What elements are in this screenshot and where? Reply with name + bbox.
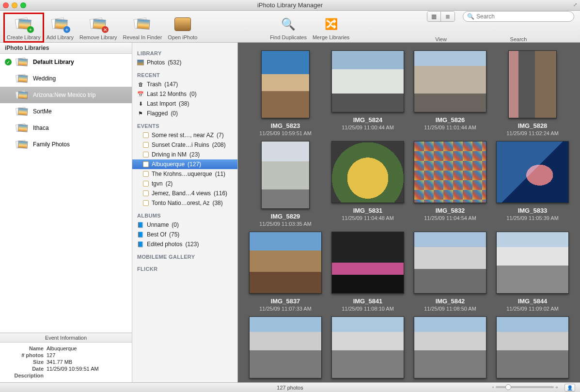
library-item[interactable]: Arizona:New Mexico trip — [0, 87, 132, 103]
event-item[interactable]: Albuquerque (127) — [132, 159, 237, 169]
merge-libraries-button[interactable]: 🔀 Merge Libraries — [310, 13, 352, 42]
zoom-out-icon[interactable]: ▫ — [492, 385, 494, 390]
photo-thumbnail[interactable]: IMG_583211/25/09 11:04:54 AM — [411, 141, 489, 227]
ei-count-label: # photos — [5, 352, 44, 358]
photo-image[interactable] — [496, 232, 569, 294]
create-library-button[interactable]: + Create Library — [4, 13, 44, 42]
photo-thumbnail[interactable]: IMG_582911/25/09 11:03:35 AM — [247, 141, 324, 227]
album-item[interactable]: 📘Best Of (75) — [132, 230, 237, 239]
ei-name-label: Name — [5, 345, 44, 351]
photo-image[interactable] — [331, 50, 404, 112]
photo-image[interactable] — [261, 50, 310, 118]
photo-image[interactable] — [331, 232, 404, 294]
event-item-count: (11) — [215, 171, 225, 177]
photo-image[interactable] — [414, 141, 486, 203]
photo-image[interactable] — [249, 232, 322, 294]
photo-thumbnail[interactable] — [329, 316, 407, 382]
event-item[interactable]: tgvn (2) — [132, 179, 237, 188]
zoom-in-icon[interactable]: ▫ — [556, 384, 558, 390]
library-item[interactable]: Wedding — [0, 70, 132, 87]
list-view-icon[interactable]: ≣ — [441, 12, 455, 21]
view-mode-segmented[interactable]: ▦ ≣ — [427, 11, 455, 22]
photo-thumbnail[interactable]: IMG_583311/25/09 11:05:39 AM — [494, 141, 571, 227]
photo-date: 11/25/09 11:07:33 AM — [259, 306, 312, 312]
zoom-slider[interactable]: ▫ ▫ — [492, 384, 558, 390]
photo-image[interactable] — [249, 316, 322, 378]
photo-image[interactable] — [496, 141, 569, 203]
photo-name: IMG_5823 — [271, 122, 300, 129]
photo-thumbnail[interactable]: IMG_583111/25/09 11:04:48 AM — [329, 141, 407, 227]
photo-thumbnail[interactable]: IMG_582311/25/09 10:59:51 AM — [247, 50, 324, 136]
recent-item[interactable]: 📅Last 12 Months (0) — [132, 89, 237, 99]
fullscreen-icon[interactable]: ⤢ — [573, 2, 577, 7]
photo-thumbnail[interactable]: IMG_584211/25/09 11:08:50 AM — [411, 232, 489, 312]
reveal-in-finder-button[interactable]: Reveal In Finder — [120, 13, 165, 42]
zoom-icon[interactable] — [20, 2, 26, 8]
library-item[interactable]: Family Photos — [0, 136, 132, 153]
source-photos[interactable]: Photos (532) — [132, 58, 237, 67]
event-item[interactable]: Some rest st…, near AZ (7) — [132, 130, 237, 140]
library-item[interactable]: Ithaca — [0, 120, 132, 136]
source-list: LIBRARY Photos (532) RECENT 🗑Trash (147)… — [132, 43, 238, 382]
grid-view-icon[interactable]: ▦ — [427, 12, 441, 21]
album-item[interactable]: 📘Edited photos (123) — [132, 239, 237, 249]
event-item[interactable]: Tonto Natio…orest, Az (38) — [132, 198, 237, 208]
recent-item[interactable]: ⚑Flagged (0) — [132, 109, 237, 118]
photo-grid-view[interactable]: IMG_582311/25/09 10:59:51 AMIMG_582411/2… — [238, 43, 580, 382]
library-list: ✓Default LibraryWeddingArizona:New Mexic… — [0, 54, 132, 153]
close-icon[interactable] — [3, 2, 9, 8]
open-iphoto-icon — [173, 15, 192, 33]
recent-item[interactable]: ⬇Last Import (38) — [132, 99, 237, 109]
library-sidebar: iPhoto Libraries ✓Default LibraryWedding… — [0, 43, 132, 382]
event-item-count: (2) — [166, 180, 173, 187]
photo-thumbnail[interactable] — [247, 316, 324, 382]
event-item[interactable]: The Krohns…uquerque (11) — [132, 169, 237, 179]
library-icon — [16, 123, 29, 133]
library-icon — [16, 57, 29, 67]
merge-libraries-label: Merge Libraries — [313, 34, 349, 40]
photo-image[interactable] — [261, 141, 310, 209]
library-item[interactable]: ✓Default Library — [0, 54, 132, 70]
photo-thumbnail[interactable]: IMG_582411/25/09 11:00:44 AM — [329, 50, 407, 136]
photo-image[interactable] — [414, 316, 486, 378]
zoom-knob[interactable] — [505, 384, 511, 390]
add-library-button[interactable]: + Add Library — [44, 13, 77, 42]
photo-thumbnail[interactable]: IMG_584111/25/09 11:08:10 AM — [329, 232, 407, 312]
photo-thumbnail[interactable]: IMG_583711/25/09 11:07:33 AM — [247, 232, 324, 312]
event-icon — [143, 132, 149, 138]
photo-image[interactable] — [508, 50, 557, 118]
event-item[interactable]: Sunset Crate…i Ruins (208) — [132, 140, 237, 150]
photo-image[interactable] — [331, 316, 404, 378]
photo-grid: IMG_582311/25/09 10:59:51 AMIMG_582411/2… — [238, 43, 580, 382]
photo-thumbnail[interactable]: IMG_582811/25/09 11:02:24 AM — [494, 50, 571, 136]
photo-thumbnail[interactable]: IMG_582611/25/09 11:01:44 AM — [411, 50, 489, 136]
photo-image[interactable] — [414, 50, 486, 112]
event-item[interactable]: Jemez, Band…4 views (116) — [132, 188, 237, 198]
photo-thumbnail[interactable] — [411, 316, 489, 382]
recent-item[interactable]: 🗑Trash (147) — [132, 79, 237, 89]
faces-button[interactable]: 👤 — [564, 384, 575, 392]
photo-thumbnail[interactable] — [494, 316, 571, 382]
album-item[interactable]: 📘Unname (0) — [132, 220, 237, 230]
window-title: iPhoto Library Manager — [0, 1, 580, 9]
event-item[interactable]: Driving in NM (23) — [132, 150, 237, 159]
find-duplicates-button[interactable]: 🔍 Find Duplicates — [267, 13, 310, 42]
search-input[interactable] — [476, 13, 570, 20]
library-item[interactable]: SortMe — [0, 103, 132, 120]
zoom-track[interactable] — [496, 386, 554, 388]
search-field[interactable]: 🔍 — [463, 11, 574, 22]
open-iphoto-button[interactable]: Open iPhoto — [165, 13, 200, 42]
photo-name: IMG_5841 — [353, 298, 383, 305]
remove-library-button[interactable]: ✕ Remove Library — [77, 13, 120, 42]
event-item-label: Jemez, Band…4 views — [152, 190, 211, 197]
recent-item-label: Last Import — [147, 100, 176, 107]
ei-date-value: 11/25/09 10:59:51 AM — [47, 366, 99, 372]
recent-item-label: Last 12 Months — [147, 91, 187, 97]
photo-image[interactable] — [331, 141, 404, 203]
photo-name: IMG_5831 — [353, 207, 383, 214]
photo-image[interactable] — [414, 232, 486, 294]
recent-item-count: (0) — [171, 110, 178, 117]
minimize-icon[interactable] — [12, 2, 17, 8]
photo-image[interactable] — [496, 316, 569, 378]
photo-thumbnail[interactable]: IMG_584411/25/09 11:09:02 AM — [494, 232, 571, 312]
